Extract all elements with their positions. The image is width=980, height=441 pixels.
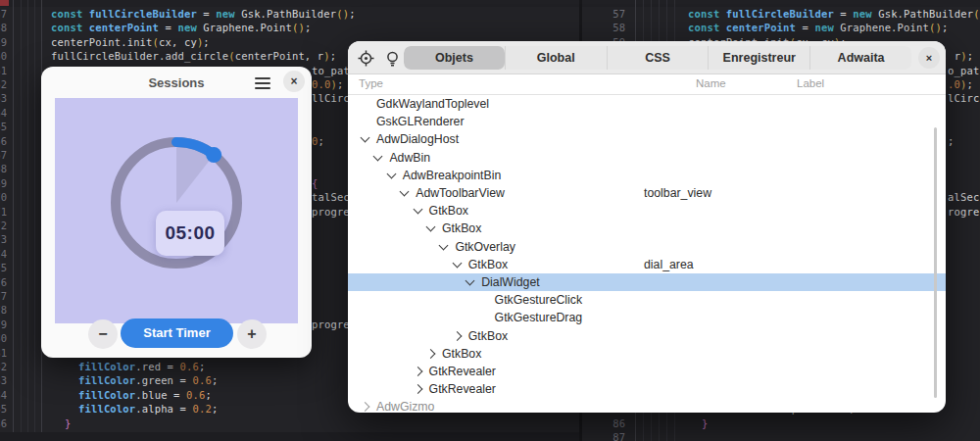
decrease-button[interactable]: − xyxy=(88,319,118,349)
indent-guide xyxy=(21,0,22,441)
lightbulb-icon[interactable] xyxy=(384,50,401,67)
tree-row-gtkbox[interactable]: GtkBox xyxy=(348,345,946,363)
chevron-down-icon[interactable] xyxy=(452,258,462,268)
close-icon[interactable]: × xyxy=(918,47,940,69)
line-number: 63 xyxy=(0,92,7,104)
code-line: fillColor.green = 0.6; xyxy=(78,374,218,387)
tree-row-gtkrevealer[interactable]: GtkRevealer xyxy=(348,363,946,380)
widget-type-label: AdwDialogHost xyxy=(376,132,459,146)
tab-adwaita[interactable]: Adwaita xyxy=(809,46,911,70)
line-number: 61 xyxy=(0,65,7,76)
tree-row-gtkoverlay[interactable]: GtkOverlay xyxy=(348,238,946,256)
start-timer-button[interactable]: Start Timer xyxy=(121,318,233,348)
menu-icon[interactable] xyxy=(255,77,270,89)
line-number: 64 xyxy=(0,107,7,119)
line-number: 81 xyxy=(0,347,7,359)
line-number: 57 xyxy=(0,8,7,20)
editor-bottom-strip xyxy=(0,432,579,441)
chevron-down-icon[interactable] xyxy=(361,133,370,143)
code-line: progre xyxy=(312,318,350,331)
column-name: Name xyxy=(696,77,726,89)
widget-name-label: dial_area xyxy=(644,258,694,271)
line-number: 67 xyxy=(0,149,7,161)
increase-button[interactable]: + xyxy=(237,319,267,349)
tree-row-gdkwaylandtoplevel[interactable]: GdkWaylandToplevel xyxy=(348,95,946,113)
tree-row-gtkbox[interactable]: GtkBox xyxy=(348,202,946,220)
chevron-down-icon[interactable] xyxy=(386,169,396,178)
tab-global[interactable]: Global xyxy=(505,46,607,70)
tree-row-gtkbox[interactable]: GtkBox xyxy=(348,327,946,345)
code-line: to_pat xyxy=(312,65,350,77)
line-number: 60 xyxy=(0,50,7,62)
line-number: 72 xyxy=(0,220,7,231)
tree-row-gtkgesturedrag[interactable]: GtkGestureDrag xyxy=(348,309,946,326)
chevron-down-icon[interactable] xyxy=(466,276,475,286)
code-line: .0); xyxy=(948,78,973,91)
chevron-down-icon[interactable] xyxy=(373,151,383,161)
line-number: 80 xyxy=(0,332,7,344)
inspector-header: ObjetsGlobalCSSEnregistreurAdwaita × xyxy=(348,41,946,74)
code-line: const fullCircleBuilder = new Gsk.PathBu… xyxy=(51,8,356,21)
code-line: progre xyxy=(312,206,350,219)
line-number: 66 xyxy=(0,135,7,147)
line-number: 65 xyxy=(0,121,7,132)
tab-objets[interactable]: Objets xyxy=(404,46,505,70)
close-icon[interactable]: × xyxy=(283,71,305,92)
chevron-down-icon[interactable] xyxy=(426,222,436,232)
code-line: fillColor.blue = 0.6; xyxy=(78,389,212,402)
widget-type-label: GdkWaylandToplevel xyxy=(376,97,489,111)
tree-column-headers: Type Name Label xyxy=(348,74,946,95)
code-line: fullCircleBuilder.add_circle(centerPoint… xyxy=(51,50,336,63)
chevron-right-icon[interactable] xyxy=(413,384,422,394)
error-mark xyxy=(0,0,9,6)
code-line: } xyxy=(65,417,71,430)
tree-row-gskglrenderer[interactable]: GskGLRenderer xyxy=(348,113,946,130)
chevron-right-icon[interactable] xyxy=(361,403,370,413)
editor-top-strip xyxy=(0,0,980,7)
gutter-separator xyxy=(13,0,14,441)
pick-widget-icon[interactable] xyxy=(358,50,374,67)
line-number: 83 xyxy=(0,374,7,386)
chevron-down-icon[interactable] xyxy=(400,187,410,197)
tab-enregistreur[interactable]: Enregistreur xyxy=(708,46,809,70)
window-title: Sessions xyxy=(41,73,312,94)
line-number: 71 xyxy=(0,206,7,218)
tab-css[interactable]: CSS xyxy=(607,46,709,70)
column-label: Label xyxy=(797,77,824,89)
line-number: 69 xyxy=(0,177,7,189)
sessions-window: Sessions × 05:00 − Start Timer + xyxy=(41,67,312,358)
tree-row-gtkgestureclick[interactable]: GtkGestureClick xyxy=(348,291,946,309)
widget-type-label: AdwToolbarView xyxy=(416,186,505,200)
chevron-down-icon[interactable] xyxy=(439,240,449,250)
code-line: const fullCircleBuilder = new Gsk.PathBu… xyxy=(688,8,980,21)
widget-type-label: GtkBox xyxy=(442,221,481,235)
chevron-right-icon[interactable] xyxy=(452,331,462,341)
line-number: 86 xyxy=(0,417,7,429)
tree-row-adwgizmo[interactable]: AdwGizmo xyxy=(348,398,946,413)
tree-row-adwbin[interactable]: AdwBin xyxy=(348,149,946,167)
tree-row-dialwidget[interactable]: DialWidget xyxy=(348,273,946,291)
tree-row-adwbreakpointbin[interactable]: AdwBreakpointBin xyxy=(348,167,946,184)
scrollbar-thumb[interactable] xyxy=(934,127,937,398)
line-number: 87 xyxy=(588,431,625,441)
code-line: ; xyxy=(948,135,954,148)
timer-dial-area[interactable]: 05:00 xyxy=(55,98,298,323)
indent-guide xyxy=(27,0,28,441)
line-number: 59 xyxy=(0,36,7,48)
tree-row-gtkrevealer[interactable]: GtkRevealer xyxy=(348,380,946,398)
tree-row-adwdialoghost[interactable]: AdwDialogHost xyxy=(348,130,946,148)
widget-type-label: GtkOverlay xyxy=(455,240,515,254)
line-number: 84 xyxy=(0,389,7,401)
indent-guide xyxy=(34,0,35,441)
line-number: 73 xyxy=(0,233,7,245)
chevron-right-icon[interactable] xyxy=(413,367,422,376)
drag-knob xyxy=(206,147,221,163)
line-number: 86 xyxy=(588,417,625,429)
tree-row-gtkbox[interactable]: GtkBoxdial_area xyxy=(348,256,946,273)
widget-type-label: GtkRevealer xyxy=(429,365,496,378)
tree-row-gtkbox[interactable]: GtkBox xyxy=(348,220,946,237)
chevron-right-icon[interactable] xyxy=(426,349,436,359)
code-line: const centerPoint = new Graphene.Point()… xyxy=(51,22,311,34)
tree-row-adwtoolbarview[interactable]: AdwToolbarViewtoolbar_view xyxy=(348,184,946,202)
chevron-down-icon[interactable] xyxy=(413,205,422,215)
